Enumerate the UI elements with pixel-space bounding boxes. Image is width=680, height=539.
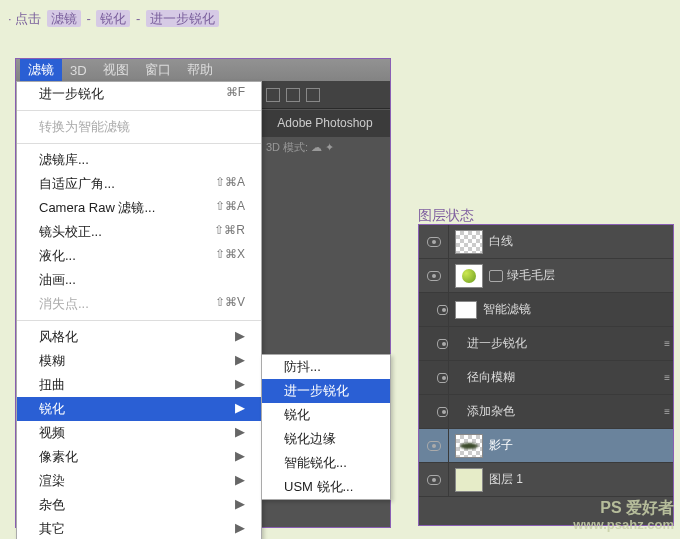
- chevron-right-icon: ▶: [235, 424, 245, 442]
- menu-item-filter-gallery[interactable]: 滤镜库...: [17, 148, 261, 172]
- chevron-right-icon: ▶: [235, 352, 245, 370]
- filter-options-icon[interactable]: ≡: [664, 406, 669, 417]
- options-bar: [260, 81, 390, 109]
- chevron-right-icon: ▶: [235, 376, 245, 394]
- menu-item-vanish: 消失点...⇧⌘V: [17, 292, 261, 316]
- menu-item-shake[interactable]: 防抖...: [262, 355, 390, 379]
- filter-options-icon[interactable]: ≡: [664, 372, 669, 383]
- menu-3d[interactable]: 3D: [62, 61, 95, 80]
- instruction-line: · 点击 滤镜 - 锐化 - 进一步锐化: [8, 10, 221, 28]
- layer-thumb: [455, 434, 483, 458]
- menu-separator: [17, 143, 261, 144]
- layer-row[interactable]: 绿毛毛层: [419, 259, 673, 293]
- menu-item-further-sharpen[interactable]: 进一步锐化: [262, 379, 390, 403]
- filter-menu: 进一步锐化⌘F 转换为智能滤镜 滤镜库... 自适应广角...⇧⌘A Camer…: [16, 81, 262, 539]
- menu-bar: 滤镜 3D 视图 窗口 帮助: [16, 59, 390, 81]
- menu-item-distort[interactable]: 扭曲▶: [17, 373, 261, 397]
- layer-row[interactable]: 径向模糊 ≡: [419, 361, 673, 395]
- menu-item-camera-raw[interactable]: Camera Raw 滤镜...⇧⌘A: [17, 196, 261, 220]
- menu-item-usm[interactable]: USM 锐化...: [262, 475, 390, 499]
- visibility-icon[interactable]: [427, 237, 441, 247]
- layer-row[interactable]: 图层 1: [419, 463, 673, 497]
- menu-item-blur[interactable]: 模糊▶: [17, 349, 261, 373]
- menu-item-other[interactable]: 其它▶: [17, 517, 261, 539]
- menu-item-smart-sharpen[interactable]: 智能锐化...: [262, 451, 390, 475]
- layer-thumb: [455, 468, 483, 492]
- menu-item-pixelate[interactable]: 像素化▶: [17, 445, 261, 469]
- menu-view[interactable]: 视图: [95, 59, 137, 81]
- chevron-right-icon: ▶: [235, 400, 245, 418]
- chevron-right-icon: ▶: [235, 328, 245, 346]
- chevron-right-icon: ▶: [235, 520, 245, 538]
- visibility-icon[interactable]: [427, 441, 441, 451]
- menu-item-adaptive[interactable]: 自适应广角...⇧⌘A: [17, 172, 261, 196]
- menu-item-noise[interactable]: 杂色▶: [17, 493, 261, 517]
- menu-help[interactable]: 帮助: [179, 59, 221, 81]
- menu-item-video[interactable]: 视频▶: [17, 421, 261, 445]
- visibility-icon[interactable]: [437, 305, 448, 315]
- menu-window[interactable]: 窗口: [137, 59, 179, 81]
- menu-item-convert-smart: 转换为智能滤镜: [17, 115, 261, 139]
- tool-icon[interactable]: [306, 88, 320, 102]
- layers-panel: 白线 绿毛毛层 智能滤镜 进一步锐化 ≡ 径向模糊 ≡ 添加杂色 ≡ 影子 图层…: [418, 224, 674, 526]
- app-title: Adobe Photoshop: [260, 109, 390, 137]
- sharpen-submenu: 防抖... 进一步锐化 锐化 锐化边缘 智能锐化... USM 锐化...: [261, 354, 391, 500]
- visibility-icon[interactable]: [437, 407, 448, 417]
- filter-options-icon[interactable]: ≡: [664, 338, 669, 349]
- layer-name: 图层 1: [489, 471, 673, 488]
- chevron-right-icon: ▶: [235, 472, 245, 490]
- chevron-right-icon: ▶: [235, 496, 245, 514]
- visibility-icon[interactable]: [437, 373, 448, 383]
- layer-thumb: [455, 264, 483, 288]
- visibility-icon[interactable]: [427, 475, 441, 485]
- menu-item-lens[interactable]: 镜头校正...⇧⌘R: [17, 220, 261, 244]
- link-icon: [489, 270, 503, 282]
- menu-item-sharpen-basic[interactable]: 锐化: [262, 403, 390, 427]
- menu-item-sharpen[interactable]: 锐化▶: [17, 397, 261, 421]
- menu-item-render[interactable]: 渲染▶: [17, 469, 261, 493]
- menu-item-last-filter[interactable]: 进一步锐化⌘F: [17, 82, 261, 106]
- layer-name: 进一步锐化: [449, 335, 664, 352]
- menu-separator: [17, 320, 261, 321]
- menu-item-stylize[interactable]: 风格化▶: [17, 325, 261, 349]
- watermark: PS 爱好者 www.psahz.com: [573, 498, 674, 533]
- menu-item-oil[interactable]: 油画...: [17, 268, 261, 292]
- visibility-icon[interactable]: [437, 339, 448, 349]
- layer-name: 添加杂色: [449, 403, 664, 420]
- menu-separator: [17, 110, 261, 111]
- menu-filter[interactable]: 滤镜: [20, 59, 62, 81]
- filter-mask-thumb: [455, 301, 477, 319]
- options-3d-label: 3D 模式: ☁ ✦: [260, 137, 390, 159]
- tool-icon[interactable]: [286, 88, 300, 102]
- layer-row[interactable]: 白线: [419, 225, 673, 259]
- menu-item-liquify[interactable]: 液化...⇧⌘X: [17, 244, 261, 268]
- layer-name: 智能滤镜: [483, 301, 673, 318]
- panel-title: 图层状态: [418, 207, 474, 225]
- layer-thumb: [455, 230, 483, 254]
- layer-name: 径向模糊: [449, 369, 664, 386]
- tool-icon[interactable]: [266, 88, 280, 102]
- layer-row[interactable]: 智能滤镜: [419, 293, 673, 327]
- layer-row[interactable]: 进一步锐化 ≡: [419, 327, 673, 361]
- layer-name: 白线: [489, 233, 673, 250]
- visibility-icon[interactable]: [427, 271, 441, 281]
- menu-item-sharpen-edges[interactable]: 锐化边缘: [262, 427, 390, 451]
- layer-row-selected[interactable]: 影子: [419, 429, 673, 463]
- chevron-right-icon: ▶: [235, 448, 245, 466]
- layer-name: 绿毛毛层: [507, 267, 673, 284]
- layer-name: 影子: [489, 437, 673, 454]
- layer-row[interactable]: 添加杂色 ≡: [419, 395, 673, 429]
